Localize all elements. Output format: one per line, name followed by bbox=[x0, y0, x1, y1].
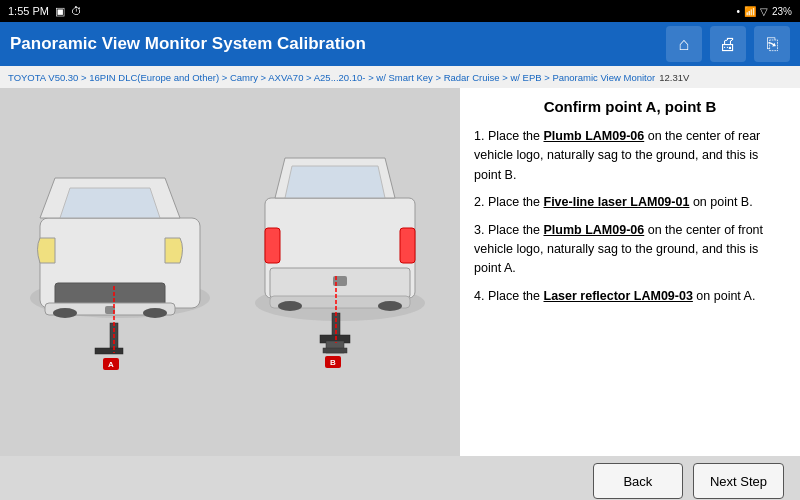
next-step-button[interactable]: Next Step bbox=[693, 463, 784, 499]
status-bar-left: 1:55 PM ▣ ⏱ bbox=[8, 5, 82, 18]
svg-point-6 bbox=[53, 308, 77, 318]
header-actions: ⌂ 🖨 ⎘ bbox=[666, 26, 790, 62]
status-icon-1: ▣ bbox=[55, 5, 65, 18]
step-4-num: 4. Place the bbox=[474, 289, 544, 303]
time-display: 1:55 PM bbox=[8, 5, 49, 17]
svg-rect-25 bbox=[323, 348, 347, 353]
step-2-tool: Five-line laser LAM09-01 bbox=[544, 195, 690, 209]
diagram-panel: A bbox=[0, 88, 460, 456]
signal-icon: ▽ bbox=[760, 6, 768, 17]
breadcrumb-text: TOYOTA V50.30 > 16PIN DLC(Europe and Oth… bbox=[8, 72, 655, 83]
bluetooth-icon: • bbox=[736, 6, 740, 17]
exit-button[interactable]: ⎘ bbox=[754, 26, 790, 62]
step-4-rest: on point A. bbox=[693, 289, 756, 303]
step-4-tool: Laser reflector LAM09-03 bbox=[544, 289, 693, 303]
instruction-title: Confirm point A, point B bbox=[474, 98, 786, 115]
svg-point-7 bbox=[143, 308, 167, 318]
svg-rect-18 bbox=[333, 276, 347, 286]
step-2: 2. Place the Five-line laser LAM09-01 on… bbox=[474, 193, 786, 212]
app-header: Panoramic View Monitor System Calibratio… bbox=[0, 22, 800, 66]
battery-display: 23% bbox=[772, 6, 792, 17]
step-2-rest: on point B. bbox=[689, 195, 752, 209]
instruction-body: 1. Place the Plumb LAM09-06 on the cente… bbox=[474, 127, 786, 306]
status-bar-right: • 📶 ▽ 23% bbox=[736, 6, 792, 17]
svg-text:A: A bbox=[108, 360, 114, 369]
svg-point-21 bbox=[378, 301, 402, 311]
breadcrumb: TOYOTA V50.30 > 16PIN DLC(Europe and Oth… bbox=[0, 66, 800, 88]
page-title: Panoramic View Monitor System Calibratio… bbox=[10, 34, 366, 54]
step-3: 3. Place the Plumb LAM09-06 on the cente… bbox=[474, 221, 786, 279]
voltage-display: 12.31V bbox=[659, 72, 689, 83]
step-1: 1. Place the Plumb LAM09-06 on the cente… bbox=[474, 127, 786, 185]
back-button[interactable]: Back bbox=[593, 463, 683, 499]
button-row: Back Next Step bbox=[0, 456, 800, 500]
step-1-tool: Plumb LAM09-06 bbox=[544, 129, 645, 143]
calibration-diagram: A bbox=[0, 88, 460, 456]
print-button[interactable]: 🖨 bbox=[710, 26, 746, 62]
status-bar: 1:55 PM ▣ ⏱ • 📶 ▽ 23% bbox=[0, 0, 800, 22]
step-1-num: 1. Place the bbox=[474, 129, 544, 143]
status-icon-2: ⏱ bbox=[71, 5, 82, 17]
step-2-num: 2. Place the bbox=[474, 195, 544, 209]
svg-point-20 bbox=[278, 301, 302, 311]
home-button[interactable]: ⌂ bbox=[666, 26, 702, 62]
main-content: A bbox=[0, 88, 800, 456]
step-3-num: 3. Place the bbox=[474, 223, 544, 237]
svg-rect-17 bbox=[400, 228, 415, 263]
step-3-tool: Plumb LAM09-06 bbox=[544, 223, 645, 237]
svg-text:B: B bbox=[330, 358, 336, 367]
wifi-icon: 📶 bbox=[744, 6, 756, 17]
svg-rect-16 bbox=[265, 228, 280, 263]
instructions-panel: Confirm point A, point B 1. Place the Pl… bbox=[460, 88, 800, 456]
step-4: 4. Place the Laser reflector LAM09-03 on… bbox=[474, 287, 786, 306]
svg-rect-9 bbox=[95, 348, 123, 354]
